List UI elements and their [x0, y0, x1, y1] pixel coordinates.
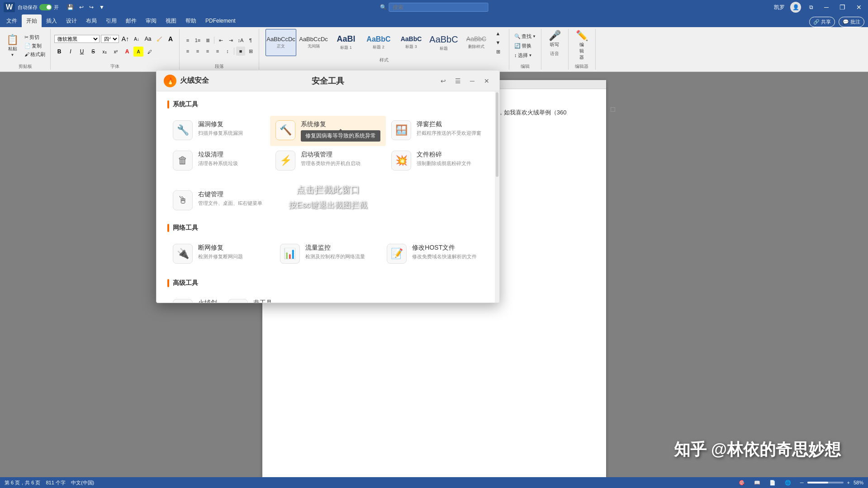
replace-button[interactable]: 🔄 替换	[513, 42, 537, 50]
minimize-btn[interactable]: ─	[821, 3, 831, 12]
dictate-button[interactable]: 🎤 听写	[546, 29, 564, 50]
tab-view[interactable]: 视图	[161, 14, 181, 27]
autosave-toggle[interactable]	[39, 4, 52, 10]
align-center-btn[interactable]: ≡	[193, 47, 202, 56]
tab-home[interactable]: 开始	[22, 14, 42, 27]
tab-help[interactable]: 帮助	[181, 14, 201, 27]
focus-mode-btn[interactable]: 🎯	[737, 479, 747, 487]
tool-startup[interactable]: ⚡ 启动项管理 管理各类软件的开机自启动	[270, 146, 386, 175]
style-delete[interactable]: AaBbC 删除样式	[461, 29, 492, 56]
font-grow-btn[interactable]: A↑	[120, 34, 130, 44]
style-no-space[interactable]: AaBbCcDc 无间隔	[298, 29, 329, 56]
style-normal[interactable]: AaBbCcDc 正文	[266, 29, 296, 56]
restore-window-btn[interactable]: ⧉	[806, 3, 816, 11]
advanced-tools-partial: ⚔ 火绒剑 🔩 非工具	[167, 294, 489, 303]
find-button[interactable]: 🔍 查找 ▼	[513, 33, 537, 40]
clear-format-btn[interactable]: 🧹	[154, 34, 164, 44]
tool-trash-clean[interactable]: 🗑 垃圾清理 清理各种系统垃圾	[167, 146, 270, 175]
justify-btn[interactable]: ≡	[213, 47, 222, 56]
undo-btn[interactable]: ↩	[77, 3, 85, 11]
highlight-btn[interactable]: A	[133, 47, 143, 57]
tab-insert[interactable]: 插入	[42, 14, 62, 27]
save-btn[interactable]: 💾	[65, 3, 76, 11]
editor-button[interactable]: ✏️ 编辑器	[573, 29, 591, 62]
zoom-out-btn[interactable]: ─	[798, 479, 806, 486]
italic-btn[interactable]: I	[66, 47, 76, 57]
tab-design[interactable]: 设计	[62, 14, 81, 27]
strikethrough-btn[interactable]: S	[88, 47, 98, 57]
web-layout-btn[interactable]: 🌐	[783, 479, 793, 487]
dialog-scrollbar[interactable]	[495, 91, 499, 303]
underline-btn[interactable]: U	[77, 47, 87, 57]
comments-btn[interactable]: 💬 批注	[839, 17, 864, 27]
format-brush-button[interactable]: 🖌 格式刷	[23, 51, 47, 58]
copy-button[interactable]: 📄 复制	[23, 42, 47, 50]
select-button[interactable]: ↕ 选择 ▼	[513, 52, 537, 59]
paste-button[interactable]: 📋 粘贴 ▼	[4, 33, 21, 59]
traffic-name: 流量监控	[305, 244, 376, 252]
maximize-btn[interactable]: ❐	[837, 3, 848, 12]
tool-vuln-fix[interactable]: 🔧 漏洞修复 扫描并修复系统漏洞	[167, 116, 270, 146]
tool-net-fix[interactable]: 🔌 断网修复 检测并修复断网问题	[167, 239, 275, 268]
align-right-btn[interactable]: ≡	[203, 47, 212, 56]
superscript-btn[interactable]: x²	[111, 47, 121, 57]
subscript-btn[interactable]: x₂	[100, 47, 109, 57]
style-expand-btn[interactable]: ⊞	[493, 47, 503, 56]
tool-file-shred[interactable]: 💥 文件粉碎 强制删除或彻底粉碎文件	[386, 146, 489, 175]
tool-fei[interactable]: 🔩 非工具	[223, 294, 278, 303]
align-left-btn[interactable]: ≡	[183, 47, 192, 56]
font-color-btn[interactable]: A	[122, 47, 132, 57]
style-heading1[interactable]: AaBl 标题 1	[331, 29, 361, 56]
tab-references[interactable]: 引用	[101, 14, 121, 27]
bullet-list-btn[interactable]: ≡	[183, 36, 192, 45]
style-title[interactable]: AaBbC 标题	[428, 29, 459, 56]
sort-btn[interactable]: ↕A	[236, 36, 245, 45]
border-btn[interactable]: ⊞	[246, 47, 255, 56]
search-input[interactable]	[389, 3, 488, 12]
zoom-in-btn[interactable]: +	[845, 479, 852, 486]
style-up-btn[interactable]: ▲	[493, 29, 503, 38]
dialog-close-btn[interactable]: ✕	[481, 76, 492, 86]
print-layout-btn[interactable]: 📄	[768, 479, 778, 487]
decrease-indent-btn[interactable]: ⇤	[216, 36, 225, 45]
close-window-btn[interactable]: ✕	[854, 3, 864, 12]
line-spacing-btn[interactable]: ↕	[223, 47, 232, 56]
read-mode-btn[interactable]: 📖	[752, 479, 762, 487]
font-size-select[interactable]: 四号	[101, 35, 119, 43]
tab-pdfelement[interactable]: PDFelement	[201, 14, 240, 27]
redo-btn[interactable]: ↪	[87, 3, 95, 11]
style-down-btn[interactable]: ▼	[493, 38, 503, 47]
font-A-btn[interactable]: A	[166, 34, 175, 44]
user-avatar[interactable]: 👤	[790, 2, 801, 13]
case-btn[interactable]: Aa	[143, 34, 153, 44]
dialog-restore-btn[interactable]: ↩	[438, 76, 449, 86]
tab-review[interactable]: 审阅	[141, 14, 161, 27]
tool-huorongjian[interactable]: ⚔ 火绒剑	[167, 294, 223, 303]
rightclick-icon-wrap: 🖱	[173, 190, 193, 210]
tool-sys-repair[interactable]: 🔨 系统修复 修复因病毒等导致的系统异常	[270, 116, 386, 146]
shading-btn[interactable]: ■	[236, 47, 245, 56]
tool-traffic[interactable]: 📊 流量监控 检测及控制程序的网络流量	[275, 239, 382, 268]
zoom-slider[interactable]	[807, 482, 844, 483]
dialog-menu-btn[interactable]: ☰	[452, 76, 463, 86]
char-shading-btn[interactable]: 🖊	[145, 47, 155, 57]
tab-mail[interactable]: 邮件	[121, 14, 141, 27]
style-heading3[interactable]: AaBbC 标题 3	[396, 29, 427, 56]
tool-popup-block[interactable]: 🪟 弹窗拦截 拦截程序推送的不受欢迎弹窗	[386, 116, 489, 146]
bold-btn[interactable]: B	[54, 47, 64, 57]
multilevel-list-btn[interactable]: ≣	[203, 36, 212, 45]
font-name-select[interactable]: 微软雅黑	[54, 35, 100, 43]
share-btn[interactable]: 🔗 共享	[809, 17, 835, 27]
tool-rightclick[interactable]: 🖱 右键管理 管理文件、桌面、IE右键菜单	[167, 186, 275, 215]
more-qa-btn[interactable]: ▼	[97, 3, 106, 11]
font-shrink-btn[interactable]: A↓	[132, 34, 142, 44]
tab-file[interactable]: 文件	[2, 14, 22, 27]
increase-indent-btn[interactable]: ⇥	[226, 36, 235, 45]
tab-layout[interactable]: 布局	[81, 14, 101, 27]
show-marks-btn[interactable]: ¶	[246, 36, 255, 45]
cut-button[interactable]: ✂ 剪切	[23, 33, 47, 41]
dialog-minimize-btn[interactable]: ─	[467, 76, 478, 86]
numbered-list-btn[interactable]: 1≡	[193, 36, 202, 45]
style-heading2[interactable]: AaBbC 标题 2	[363, 29, 394, 56]
tool-hosts[interactable]: 📝 修改HOST文件 修改免费域名快速解析的文件	[381, 239, 489, 268]
